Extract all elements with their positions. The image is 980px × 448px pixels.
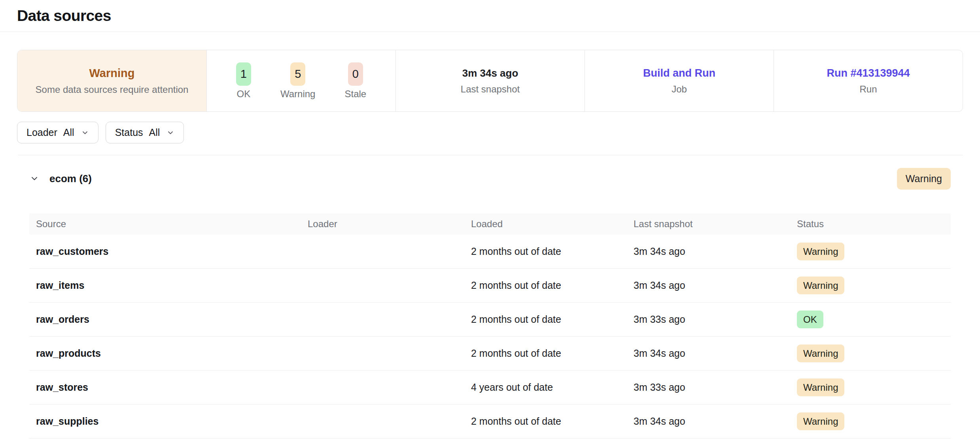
- section-status-badge: Warning: [897, 168, 951, 190]
- table-row[interactable]: raw_supplies 2 months out of date 3m 34s…: [29, 405, 951, 439]
- summary-card-run: Run #413139944 Run: [774, 50, 963, 111]
- main-content: Warning Some data sources require attent…: [0, 50, 980, 439]
- chevron-down-icon: [81, 129, 89, 137]
- source-name: raw_stores: [29, 382, 301, 393]
- table-row[interactable]: raw_orders 2 months out of date 3m 33s a…: [29, 303, 951, 337]
- column-header-last-snapshot: Last snapshot: [627, 218, 790, 230]
- status-badge: Warning: [797, 378, 844, 396]
- status-cell: Warning: [790, 378, 951, 396]
- summary-card-counts: 1 OK 5 Warning 0 Stale: [206, 50, 395, 111]
- count-stale: 0 Stale: [344, 62, 366, 100]
- source-name: raw_supplies: [29, 416, 301, 427]
- last-snapshot-label: Last snapshot: [461, 84, 520, 95]
- loader-filter-label: Loader: [26, 127, 57, 138]
- status-badge: Warning: [797, 277, 844, 294]
- last-snapshot-cell: 3m 34s ago: [627, 416, 790, 427]
- last-snapshot-value: 3m 34s ago: [462, 67, 518, 79]
- last-snapshot-cell: 3m 33s ago: [627, 382, 790, 393]
- status-cell: Warning: [790, 243, 951, 260]
- summary-cards: Warning Some data sources require attent…: [17, 50, 963, 112]
- ecom-section: ecom (6) Warning Source Loader Loaded La…: [17, 168, 963, 439]
- status-cell: Warning: [790, 412, 951, 430]
- loaded-cell: 2 months out of date: [464, 280, 627, 291]
- run-link[interactable]: Run #413139944: [827, 67, 910, 79]
- table-header-row: Source Loader Loaded Last snapshot Statu…: [29, 213, 951, 235]
- job-label: Job: [672, 84, 687, 95]
- loaded-cell: 2 months out of date: [464, 416, 627, 427]
- loaded-cell: 2 months out of date: [464, 314, 627, 325]
- source-name: raw_orders: [29, 314, 301, 325]
- count-warning: 5 Warning: [280, 62, 315, 100]
- summary-card-job: Build and Run Job: [585, 50, 774, 111]
- count-stale-value: 0: [348, 62, 363, 86]
- status-filter-dropdown[interactable]: Status All: [106, 122, 184, 143]
- status-cell: OK: [790, 311, 951, 328]
- count-stale-label: Stale: [344, 88, 366, 100]
- loaded-cell: 2 months out of date: [464, 246, 627, 257]
- ecom-section-header[interactable]: ecom (6) Warning: [29, 168, 951, 190]
- sources-table: Source Loader Loaded Last snapshot Statu…: [29, 213, 951, 439]
- status-badge: Warning: [797, 243, 844, 260]
- job-link[interactable]: Build and Run: [643, 67, 715, 79]
- count-ok: 1 OK: [236, 62, 251, 100]
- loaded-cell: 2 months out of date: [464, 348, 627, 359]
- status-badge: OK: [797, 311, 823, 328]
- table-row[interactable]: raw_stores 4 years out of date 3m 33s ag…: [29, 371, 951, 405]
- summary-card-snapshot: 3m 34s ago Last snapshot: [395, 50, 585, 111]
- loaded-cell: 4 years out of date: [464, 382, 627, 393]
- run-label: Run: [859, 84, 877, 95]
- source-name: raw_items: [29, 280, 301, 291]
- column-header-loaded: Loaded: [464, 218, 627, 230]
- status-cell: Warning: [790, 277, 951, 294]
- table-row[interactable]: raw_items 2 months out of date 3m 34s ag…: [29, 269, 951, 303]
- last-snapshot-cell: 3m 34s ago: [627, 280, 790, 291]
- source-name: raw_products: [29, 348, 301, 359]
- count-warning-label: Warning: [280, 88, 315, 100]
- source-name: raw_customers: [29, 246, 301, 257]
- column-header-source: Source: [29, 218, 301, 230]
- chevron-down-icon[interactable]: [30, 174, 39, 183]
- table-row[interactable]: raw_customers 2 months out of date 3m 34…: [29, 235, 951, 269]
- status-badge: Warning: [797, 412, 844, 430]
- divider: [18, 155, 963, 155]
- status-badge: Warning: [797, 344, 844, 362]
- loader-filter-dropdown[interactable]: Loader All: [17, 122, 98, 143]
- summary-status-title: Warning: [89, 67, 135, 80]
- page-title: Data sources: [17, 7, 111, 24]
- ecom-section-title: ecom (6): [49, 173, 92, 185]
- page-header: Data sources: [0, 0, 980, 32]
- filter-bar: Loader All Status All: [17, 122, 963, 143]
- count-ok-value: 1: [236, 62, 251, 86]
- count-ok-label: OK: [237, 88, 251, 100]
- column-header-status: Status: [790, 218, 951, 230]
- last-snapshot-cell: 3m 34s ago: [627, 348, 790, 359]
- status-filter-label: Status: [115, 127, 143, 138]
- last-snapshot-cell: 3m 33s ago: [627, 314, 790, 325]
- chevron-down-icon: [166, 129, 174, 137]
- column-header-loader: Loader: [301, 218, 464, 230]
- summary-card-status: Warning Some data sources require attent…: [17, 50, 206, 111]
- table-body: raw_customers 2 months out of date 3m 34…: [29, 235, 951, 439]
- status-cell: Warning: [790, 344, 951, 362]
- loader-filter-value: All: [63, 127, 74, 138]
- status-filter-value: All: [149, 127, 160, 138]
- table-row[interactable]: raw_products 2 months out of date 3m 34s…: [29, 337, 951, 371]
- last-snapshot-cell: 3m 34s ago: [627, 246, 790, 257]
- count-warning-value: 5: [290, 62, 305, 86]
- summary-status-subtitle: Some data sources require attention: [36, 84, 189, 95]
